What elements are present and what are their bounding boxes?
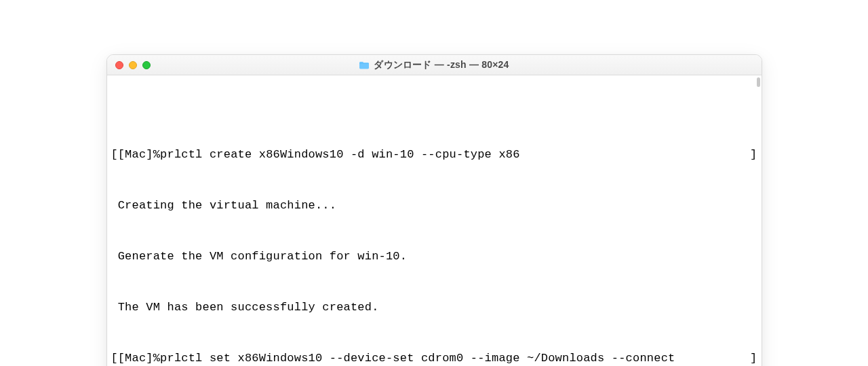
window-title: ダウンロード — -zsh — 80×24 bbox=[374, 59, 509, 71]
title-bar[interactable]: ダウンロード — -zsh — 80×24 bbox=[107, 55, 762, 75]
terminal-line: The VM has been successfully created. bbox=[111, 299, 757, 316]
command: prlctl create x86Windows10 -d win-10 --c… bbox=[160, 148, 520, 161]
terminal-line: [][Mac]%prlctl create x86Windows10 -d wi… bbox=[111, 146, 757, 163]
terminal-line: Generate the VM configuration for win-10… bbox=[111, 248, 757, 265]
minimize-icon[interactable] bbox=[129, 61, 137, 69]
command: prlctl set x86Windows10 --device-set cdr… bbox=[160, 352, 682, 365]
folder-icon bbox=[359, 61, 370, 69]
prompt: [Mac]% bbox=[118, 352, 160, 365]
prompt: [Mac]% bbox=[118, 148, 160, 161]
terminal-window: ダウンロード — -zsh — 80×24 [][Mac]%prlctl cre… bbox=[106, 54, 762, 366]
zoom-icon[interactable] bbox=[142, 61, 151, 69]
scrollbar-thumb[interactable] bbox=[757, 77, 760, 87]
terminal-line: Creating the virtual machine... bbox=[111, 197, 757, 214]
close-icon[interactable] bbox=[115, 61, 123, 69]
terminal-line: [][Mac]%prlctl set x86Windows10 --device… bbox=[111, 350, 757, 366]
traffic-lights bbox=[115, 61, 151, 69]
title-center: ダウンロード — -zsh — 80×24 bbox=[107, 59, 762, 71]
terminal-body[interactable]: [][Mac]%prlctl create x86Windows10 -d wi… bbox=[107, 75, 762, 366]
